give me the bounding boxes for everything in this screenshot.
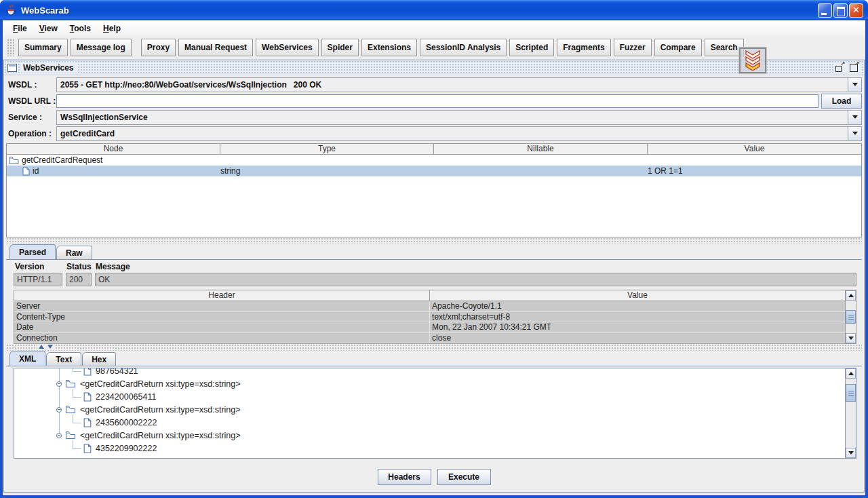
wsdl-url-input[interactable]	[56, 94, 818, 108]
tree-item[interactable]: 4352209902222	[14, 442, 845, 455]
tree-item-label: 2234200065411	[96, 392, 156, 402]
frame-maximize-icon[interactable]	[849, 63, 859, 73]
service-combobox[interactable]: WsSqlInjectionService	[56, 110, 862, 125]
tab-fragments[interactable]: Fragments	[557, 39, 610, 56]
tree-expand-handle[interactable]	[56, 381, 62, 387]
message-value: OK	[95, 273, 856, 286]
scrollbar-thumb[interactable]	[846, 310, 856, 324]
tab-webservices[interactable]: WebServices	[256, 39, 319, 56]
scroll-down-icon[interactable]	[846, 333, 856, 343]
tab-message-log[interactable]: Message log	[71, 39, 132, 56]
tree-item[interactable]: 2435600002222	[14, 416, 845, 429]
column-node[interactable]: Node	[7, 144, 220, 154]
table-row[interactable]: Server Apache-Coyote/1.1	[14, 301, 856, 312]
headers-button[interactable]: Headers	[378, 469, 431, 485]
table-row-selected[interactable]: id string 1 OR 1=1	[7, 166, 861, 176]
node-type	[220, 155, 434, 166]
frame-title-bar[interactable]: WebServices	[4, 60, 864, 75]
expand-up-icon[interactable]	[39, 345, 44, 349]
action-bar: Headers Execute	[6, 459, 862, 491]
tab-xml[interactable]: XML	[9, 351, 45, 366]
xml-scrollbar[interactable]	[845, 368, 856, 458]
table-row[interactable]: Connection close	[14, 333, 856, 344]
frame-window-icon	[7, 64, 17, 72]
tree-item-label: <getCreditCardReturn xsi:type=xsd:string…	[80, 405, 241, 415]
frame-minimize-icon[interactable]	[835, 63, 845, 73]
scroll-up-icon[interactable]	[846, 368, 856, 379]
tree-item[interactable]: 2234200065411	[14, 390, 845, 403]
tab-raw[interactable]: Raw	[56, 246, 92, 259]
webservices-frame: WebServices WSDL : 2055 - GET http://neo…	[3, 60, 865, 493]
chevrons-icon[interactable]	[739, 47, 766, 73]
node-nillable	[434, 166, 648, 176]
column-type[interactable]: Type	[220, 144, 434, 154]
menu-bar: File View Tools Help	[3, 20, 865, 36]
tab-compare[interactable]: Compare	[654, 39, 702, 56]
maximize-button[interactable]	[833, 3, 848, 18]
column-value[interactable]: Value	[430, 290, 845, 301]
document-icon	[83, 392, 92, 402]
toolbar-drag-handle[interactable]	[7, 39, 14, 56]
status-line-labels: Version Status Message	[6, 260, 862, 272]
tree-item[interactable]: <getCreditCardReturn xsi:type=xsd:string…	[14, 429, 845, 442]
table-row[interactable]: Content-Type text/xml;charset=utf-8	[14, 312, 856, 323]
tab-extensions[interactable]: Extensions	[361, 39, 417, 56]
version-value: HTTP/1.1	[14, 273, 62, 286]
chevron-down-icon	[852, 115, 858, 119]
tab-hex[interactable]: Hex	[82, 352, 116, 366]
document-icon	[83, 418, 92, 427]
tree-item[interactable]: <getCreditCardReturn xsi:type=xsd:string…	[14, 403, 845, 416]
service-row: Service : WsSqlInjectionService	[6, 109, 862, 125]
table-row[interactable]: getCreditCardRequest	[7, 155, 861, 166]
menu-view[interactable]: View	[33, 22, 64, 35]
node-name: id	[33, 166, 39, 176]
tree-expand-handle[interactable]	[56, 433, 62, 438]
wsdl-dropdown-arrow[interactable]	[848, 78, 861, 92]
header-value: close	[430, 333, 845, 343]
table-row[interactable]: Date Mon, 22 Jan 2007 10:34:21 GMT	[14, 322, 856, 333]
tree-expand-handle[interactable]	[56, 407, 62, 413]
scroll-down-icon[interactable]	[846, 448, 856, 458]
operation-combobox-value: getCreditCard	[60, 129, 115, 138]
split-divider[interactable]	[6, 237, 862, 244]
menu-help[interactable]: Help	[97, 22, 127, 35]
title-bar[interactable]: WebScarab	[0, 0, 868, 20]
operation-dropdown-arrow[interactable]	[848, 127, 861, 140]
header-name: Connection	[14, 333, 430, 343]
service-dropdown-arrow[interactable]	[848, 111, 861, 124]
tab-scripted[interactable]: Scripted	[509, 39, 554, 56]
tab-manual-request[interactable]: Manual Request	[178, 39, 253, 56]
menu-file[interactable]: File	[7, 22, 33, 35]
execute-button[interactable]: Execute	[437, 469, 491, 485]
column-nillable[interactable]: Nillable	[434, 144, 648, 154]
tree-item[interactable]: 987654321	[14, 368, 845, 377]
scrollbar-thumb[interactable]	[846, 384, 856, 402]
scroll-up-icon[interactable]	[846, 290, 856, 301]
header-name: Server	[14, 301, 430, 311]
column-value[interactable]: Value	[648, 144, 861, 154]
tab-spider[interactable]: Spider	[321, 39, 359, 56]
tab-proxy[interactable]: Proxy	[141, 39, 176, 56]
tree-item-label: 2435600002222	[96, 418, 157, 427]
operation-combobox[interactable]: getCreditCard	[56, 126, 862, 141]
split-divider[interactable]	[6, 344, 862, 351]
tab-parsed[interactable]: Parsed	[9, 244, 56, 259]
version-label: Version	[15, 262, 66, 271]
column-header[interactable]: Header	[14, 290, 430, 301]
expand-down-icon[interactable]	[47, 345, 53, 349]
wsdl-combobox[interactable]: 2055 - GET http://neo:80/WebGoat/service…	[56, 77, 862, 92]
menu-tools[interactable]: Tools	[64, 22, 97, 35]
tab-fuzzer[interactable]: Fuzzer	[614, 39, 652, 56]
tab-search[interactable]: Search	[705, 39, 744, 56]
tab-summary[interactable]: Summary	[18, 39, 68, 56]
tree-item[interactable]: <getCreditCardReturn xsi:type=xsd:string…	[14, 377, 845, 390]
wsdl-row: WSDL : 2055 - GET http://neo:80/WebGoat/…	[6, 77, 862, 92]
tab-sessionid-analysis[interactable]: SessionID Analysis	[420, 39, 507, 56]
headers-scrollbar[interactable]	[845, 290, 856, 343]
minimize-button[interactable]	[818, 3, 832, 18]
app-window: WebScarab File View Tools Help Summary M…	[0, 0, 868, 498]
load-button[interactable]: Load	[821, 94, 862, 109]
body-tabs: XML Text Hex	[6, 351, 862, 366]
tab-text[interactable]: Text	[46, 352, 81, 366]
close-button[interactable]	[849, 3, 863, 18]
